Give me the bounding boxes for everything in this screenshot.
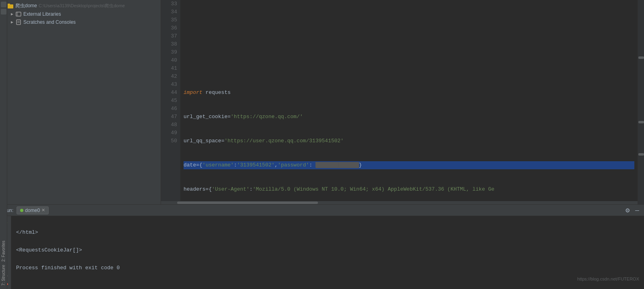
output-line-6: Process finished with exit code 0	[16, 264, 572, 272]
code-editor[interactable]: import requests url_get_cookie='https://…	[180, 0, 638, 201]
scrollbar-thumb[interactable]	[177, 202, 318, 204]
sidebar-item-project[interactable]: ▶ 爬虫dome C:\Users\a3139\Desktop\projects…	[0, 2, 161, 10]
output-line-3	[16, 237, 572, 246]
sidebar-item-libraries[interactable]: ▶ External Libraries	[0, 10, 161, 18]
output-line-2: </html>	[16, 228, 572, 237]
horizontal-scrollbar[interactable]	[161, 201, 638, 204]
code-container[interactable]: 33 34 35 36 37 38 39 40 41 42 43 44 45 4…	[161, 0, 638, 201]
library-icon	[15, 11, 22, 17]
structure-label[interactable]: 7: Structure	[1, 265, 6, 286]
run-toolbar: Run: dome0 ✕ ⚙ ─	[0, 205, 644, 216]
favorites-label[interactable]: 2: Favorites	[1, 241, 6, 262]
output-line-1	[16, 219, 572, 228]
arrow-scratches: ▶	[10, 20, 14, 25]
svg-rect-4	[17, 20, 21, 25]
folder-icon	[7, 3, 14, 9]
scratches-icon	[15, 19, 22, 25]
sidebar-project-label: 爬虫dome	[15, 2, 37, 9]
sidebar-scratches-label: Scratches and Consoles	[23, 19, 76, 25]
sidebar-item-scratches[interactable]: ▶ Scratches and Consoles	[0, 18, 161, 26]
watermark: https://blog.csdn.net/FUTEROX	[577, 216, 644, 283]
strip-icon-2[interactable]	[1, 9, 6, 15]
right-scrollbar-panel[interactable]	[638, 0, 644, 204]
line-numbers: 33 34 35 36 37 38 39 40 41 42 43 44 45 4…	[161, 0, 180, 201]
run-panel: Run: dome0 ✕ ⚙ ─ ▶ ↑ ↓ ■ ⏸ ⇌ 📌 🗑 </html>	[0, 204, 644, 289]
run-content-row: ▶ ↑ ↓ ■ ⏸ ⇌ 📌 🗑 </html> <RequestsCookieJ…	[0, 216, 644, 289]
settings-button[interactable]: ⚙	[623, 206, 632, 214]
run-output: </html> <RequestsCookieJar[]> Process fi…	[11, 216, 577, 289]
minimize-button[interactable]: ─	[634, 206, 641, 214]
arrow-libraries: ▶	[10, 12, 14, 17]
run-tab-icon	[20, 209, 23, 212]
output-line-4: <RequestsCookieJar[]>	[16, 246, 572, 255]
left-strip: 2: Favorites 7: Structure	[0, 0, 7, 289]
strip-icon-1[interactable]	[1, 2, 6, 7]
editor-area: 33 34 35 36 37 38 39 40 41 42 43 44 45 4…	[161, 0, 638, 204]
sidebar-project-path: C:\Users\a3139\Desktop\projects\爬虫dome	[39, 3, 125, 9]
run-tab-dome0[interactable]: dome0 ✕	[17, 206, 49, 214]
project-sidebar: ▶ 爬虫dome C:\Users\a3139\Desktop\projects…	[0, 0, 161, 204]
run-tab-close[interactable]: ✕	[41, 208, 45, 213]
output-line-5	[16, 255, 572, 264]
svg-rect-2	[16, 12, 21, 16]
sidebar-libraries-label: External Libraries	[23, 11, 61, 17]
svg-rect-1	[8, 4, 10, 5]
run-tab-label: dome0	[25, 208, 40, 213]
run-actions: ⚙ ─	[623, 206, 641, 214]
